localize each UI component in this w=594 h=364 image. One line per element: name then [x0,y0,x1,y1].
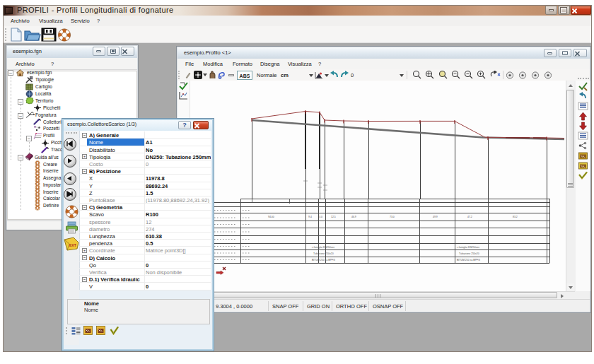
svg-text:73.0: 73.0 [390,216,395,218]
svg-text:12.5: 12.5 [331,216,336,218]
svg-text:Tubazione 250x20: Tubazione 250x20 [459,252,479,255]
svg-text:94.00: 94.00 [268,216,274,218]
svg-text:c.famiglia DN250xxx: c.famiglia DN250xxx [457,246,479,249]
svg-text:3.0: 3.0 [319,216,322,218]
svg-text:46.9: 46.9 [351,216,356,218]
svg-text:83.2: 83.2 [513,216,518,218]
svg-text:BITUM 250 su BPFG: BITUM 250 su BPFG [312,259,335,262]
svg-text:Tubazione 250x20: Tubazione 250x20 [313,252,334,255]
svg-text:EXT: EXT [69,243,76,247]
svg-text:9.4: 9.4 [308,216,312,218]
svg-text:47.2: 47.2 [467,216,472,218]
svg-text:c.famiglia DN250xxx: c.famiglia DN250xxx [312,246,334,249]
svg-text:49.9: 49.9 [433,216,438,218]
svg-text:BITUM 250 su BPFG: BITUM 250 su BPFG [457,259,480,262]
